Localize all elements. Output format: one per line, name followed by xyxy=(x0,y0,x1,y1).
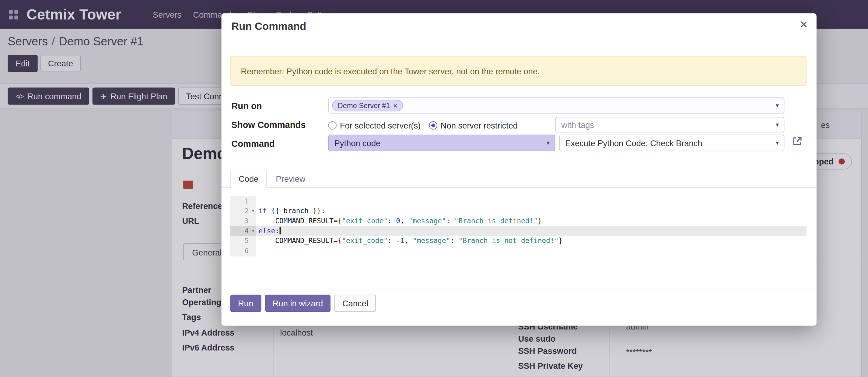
text-cursor xyxy=(279,227,281,234)
fold-caret-icon[interactable]: ▾ xyxy=(252,226,255,236)
remove-tag-icon[interactable]: × xyxy=(394,102,398,109)
gutter-line-2[interactable]: 2▾ xyxy=(230,206,256,216)
gutter-line-6[interactable]: 6 xyxy=(230,246,256,256)
show-commands-label: Show Commands xyxy=(231,120,306,130)
radio-non-server-restricted[interactable] xyxy=(429,121,437,129)
radio-label-non-server-restricted[interactable]: Non server restricted xyxy=(441,121,518,130)
tabs-rule xyxy=(222,187,816,188)
code-line-3[interactable]: COMMAND_RESULT={"exit_code": 0, "message… xyxy=(256,216,807,226)
python-warning-alert: Remember: Python code is executed on the… xyxy=(230,56,807,86)
run-button[interactable]: Run xyxy=(230,295,261,312)
alert-text: Remember: Python code is executed on the… xyxy=(241,66,539,76)
run-on-label: Run on xyxy=(231,102,262,112)
run-command-modal: Run Command × Remember: Python code is e… xyxy=(222,13,816,326)
close-icon[interactable]: × xyxy=(800,17,807,33)
radio-for-selected-servers[interactable] xyxy=(329,121,337,129)
code-line-5[interactable]: COMMAND_RESULT={"exit_code": -1, "messag… xyxy=(256,236,807,246)
modal-footer: Run Run in wizard Cancel xyxy=(230,295,376,312)
chevron-down-icon: ▾ xyxy=(776,139,779,146)
with-tags-select[interactable]: with tags ▾ xyxy=(555,117,784,133)
code-editor[interactable]: 12▾34▾56 if {{ branch }}: COMMAND_RESULT… xyxy=(230,196,807,256)
code-line-2[interactable]: if {{ branch }}: xyxy=(256,206,807,216)
screen: Cetmix Tower Servers Commands Files Tool… xyxy=(0,0,868,377)
run-in-wizard-button[interactable]: Run in wizard xyxy=(265,295,331,312)
code-line-6[interactable] xyxy=(256,246,807,256)
modal-title: Run Command xyxy=(231,21,306,33)
code-line-1[interactable] xyxy=(256,196,807,206)
gutter-line-4[interactable]: 4▾ xyxy=(230,226,256,236)
command-label: Command xyxy=(231,139,275,149)
gutter-line-3[interactable]: 3 xyxy=(230,216,256,226)
server-tag[interactable]: Demo Server #1 × xyxy=(332,99,403,111)
editor-code[interactable]: if {{ branch }}: COMMAND_RESULT={"exit_c… xyxy=(256,196,807,256)
fold-caret-icon[interactable]: ▾ xyxy=(252,206,255,216)
chevron-down-icon: ▾ xyxy=(547,139,550,146)
code-line-4[interactable]: else: xyxy=(256,226,807,236)
cancel-button[interactable]: Cancel xyxy=(335,295,376,312)
chevron-down-icon[interactable]: ▾ xyxy=(776,102,779,109)
server-tag-label: Demo Server #1 xyxy=(338,102,390,110)
editor-gutter: 12▾34▾56 xyxy=(230,196,256,256)
command-type-select[interactable]: Python code ▾ xyxy=(329,135,555,151)
gutter-line-5[interactable]: 5 xyxy=(230,236,256,246)
radio-label-for-selected-servers[interactable]: For selected server(s) xyxy=(340,121,421,130)
command-select[interactable]: Execute Python Code: Check Branch ▾ xyxy=(559,135,784,151)
tab-code[interactable]: Code xyxy=(230,170,267,188)
tab-preview[interactable]: Preview xyxy=(269,170,312,188)
run-on-multiselect[interactable]: Demo Server #1 × ▾ xyxy=(329,97,785,114)
gutter-line-1[interactable]: 1 xyxy=(230,196,256,206)
footer-rule xyxy=(222,290,816,290)
chevron-down-icon: ▾ xyxy=(776,121,779,128)
external-link-icon[interactable] xyxy=(792,136,803,147)
